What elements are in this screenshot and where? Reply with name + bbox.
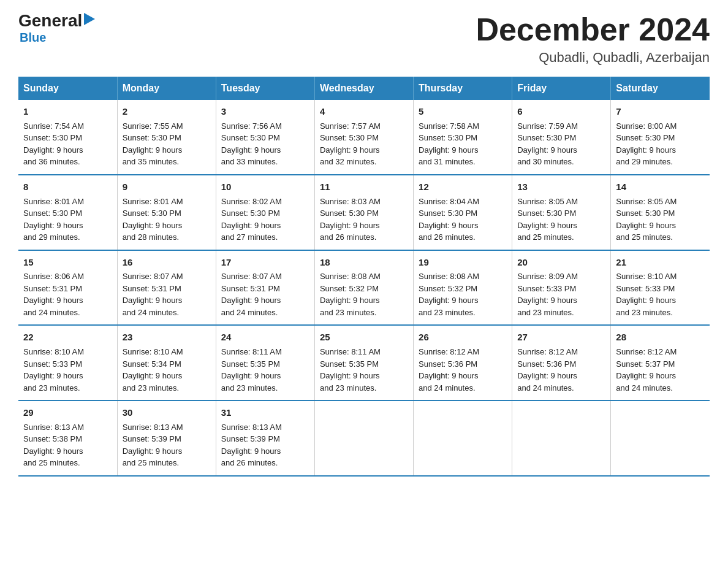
- calendar-cell: 4Sunrise: 7:57 AMSunset: 5:30 PMDaylight…: [314, 100, 413, 175]
- calendar-cell: [512, 400, 611, 476]
- calendar-cell: 7Sunrise: 8:00 AMSunset: 5:30 PMDaylight…: [611, 100, 710, 175]
- day-number: 23: [123, 331, 211, 344]
- day-number: 9: [123, 180, 211, 194]
- day-info: Sunrise: 8:08 AMSunset: 5:32 PMDaylight:…: [320, 270, 408, 318]
- day-info: Sunrise: 7:55 AMSunset: 5:30 PMDaylight:…: [123, 120, 211, 168]
- day-number: 1: [23, 105, 112, 118]
- day-info: Sunrise: 8:12 AMSunset: 5:37 PMDaylight:…: [616, 346, 705, 394]
- calendar-week-row: 15Sunrise: 8:06 AMSunset: 5:31 PMDayligh…: [18, 250, 710, 326]
- day-number: 13: [517, 180, 605, 194]
- calendar-cell: 2Sunrise: 7:55 AMSunset: 5:30 PMDaylight…: [117, 100, 216, 175]
- main-title: December 2024: [476, 12, 710, 47]
- calendar-cell: 25Sunrise: 8:11 AMSunset: 5:35 PMDayligh…: [314, 325, 413, 400]
- day-number: 22: [23, 331, 112, 344]
- day-number: 30: [123, 406, 211, 419]
- day-info: Sunrise: 8:13 AMSunset: 5:39 PMDaylight:…: [221, 421, 309, 469]
- day-number: 21: [616, 256, 705, 269]
- day-info: Sunrise: 8:07 AMSunset: 5:31 PMDaylight:…: [221, 270, 309, 318]
- calendar-cell: 12Sunrise: 8:04 AMSunset: 5:30 PMDayligh…: [414, 175, 512, 250]
- logo: General Blue: [18, 12, 97, 45]
- day-number: 28: [616, 331, 705, 344]
- calendar-cell: 19Sunrise: 8:08 AMSunset: 5:32 PMDayligh…: [414, 250, 512, 326]
- day-info: Sunrise: 8:13 AMSunset: 5:39 PMDaylight:…: [123, 421, 211, 469]
- day-number: 12: [419, 180, 507, 194]
- calendar-cell: 18Sunrise: 8:08 AMSunset: 5:32 PMDayligh…: [314, 250, 413, 326]
- day-info: Sunrise: 8:11 AMSunset: 5:35 PMDaylight:…: [320, 346, 408, 394]
- subtitle: Qubadli, Qubadli, Azerbaijan: [476, 50, 710, 66]
- calendar-cell: 10Sunrise: 8:02 AMSunset: 5:30 PMDayligh…: [216, 175, 314, 250]
- calendar-cell: [314, 400, 413, 476]
- calendar-cell: 16Sunrise: 8:07 AMSunset: 5:31 PMDayligh…: [117, 250, 216, 326]
- day-info: Sunrise: 8:05 AMSunset: 5:30 PMDaylight:…: [517, 196, 605, 243]
- calendar-cell: [414, 400, 512, 476]
- calendar-cell: 27Sunrise: 8:12 AMSunset: 5:36 PMDayligh…: [512, 325, 611, 400]
- day-number: 7: [616, 105, 705, 118]
- day-info: Sunrise: 8:08 AMSunset: 5:32 PMDaylight:…: [419, 270, 507, 318]
- day-info: Sunrise: 7:56 AMSunset: 5:30 PMDaylight:…: [221, 120, 309, 168]
- calendar-cell: 11Sunrise: 8:03 AMSunset: 5:30 PMDayligh…: [314, 175, 413, 250]
- calendar-cell: 8Sunrise: 8:01 AMSunset: 5:30 PMDaylight…: [18, 175, 117, 250]
- day-number: 8: [23, 180, 112, 194]
- day-number: 6: [517, 105, 605, 118]
- calendar-cell: 13Sunrise: 8:05 AMSunset: 5:30 PMDayligh…: [512, 175, 611, 250]
- day-number: 19: [419, 256, 507, 269]
- calendar-cell: 21Sunrise: 8:10 AMSunset: 5:33 PMDayligh…: [611, 250, 710, 326]
- day-info: Sunrise: 8:12 AMSunset: 5:36 PMDaylight:…: [419, 346, 507, 394]
- header-wednesday: Wednesday: [314, 77, 413, 100]
- day-info: Sunrise: 8:13 AMSunset: 5:38 PMDaylight:…: [23, 421, 112, 469]
- day-number: 3: [221, 105, 309, 118]
- day-number: 20: [517, 256, 605, 269]
- calendar-header-row: SundayMondayTuesdayWednesdayThursdayFrid…: [18, 77, 710, 100]
- calendar-week-row: 29Sunrise: 8:13 AMSunset: 5:38 PMDayligh…: [18, 400, 710, 476]
- day-info: Sunrise: 8:10 AMSunset: 5:33 PMDaylight:…: [23, 346, 112, 394]
- day-number: 18: [320, 256, 408, 269]
- day-info: Sunrise: 8:07 AMSunset: 5:31 PMDaylight:…: [123, 270, 211, 318]
- day-info: Sunrise: 7:59 AMSunset: 5:30 PMDaylight:…: [517, 120, 605, 168]
- day-number: 17: [221, 256, 309, 269]
- calendar-week-row: 1Sunrise: 7:54 AMSunset: 5:30 PMDaylight…: [18, 100, 710, 175]
- day-info: Sunrise: 8:03 AMSunset: 5:30 PMDaylight:…: [320, 196, 408, 243]
- day-number: 16: [123, 256, 211, 269]
- calendar-cell: 3Sunrise: 7:56 AMSunset: 5:30 PMDaylight…: [216, 100, 314, 175]
- page-header: General Blue December 2024 Qubadli, Quba…: [18, 12, 710, 66]
- logo-blue-text: Blue: [20, 31, 46, 45]
- calendar-cell: [611, 400, 710, 476]
- calendar-cell: 17Sunrise: 8:07 AMSunset: 5:31 PMDayligh…: [216, 250, 314, 326]
- day-number: 2: [123, 105, 211, 118]
- calendar-cell: 31Sunrise: 8:13 AMSunset: 5:39 PMDayligh…: [216, 400, 314, 476]
- header-thursday: Thursday: [414, 77, 512, 100]
- calendar-cell: 14Sunrise: 8:05 AMSunset: 5:30 PMDayligh…: [611, 175, 710, 250]
- calendar-cell: 29Sunrise: 8:13 AMSunset: 5:38 PMDayligh…: [18, 400, 117, 476]
- day-info: Sunrise: 8:09 AMSunset: 5:33 PMDaylight:…: [517, 270, 605, 318]
- day-info: Sunrise: 8:02 AMSunset: 5:30 PMDaylight:…: [221, 196, 309, 243]
- calendar-cell: 28Sunrise: 8:12 AMSunset: 5:37 PMDayligh…: [611, 325, 710, 400]
- header-sunday: Sunday: [18, 77, 117, 100]
- header-friday: Friday: [512, 77, 611, 100]
- day-number: 31: [221, 406, 309, 419]
- header-saturday: Saturday: [611, 77, 710, 100]
- day-number: 11: [320, 180, 408, 194]
- day-number: 24: [221, 331, 309, 344]
- calendar-cell: 9Sunrise: 8:01 AMSunset: 5:30 PMDaylight…: [117, 175, 216, 250]
- day-info: Sunrise: 8:12 AMSunset: 5:36 PMDaylight:…: [517, 346, 605, 394]
- day-info: Sunrise: 8:05 AMSunset: 5:30 PMDaylight:…: [616, 196, 705, 243]
- day-number: 27: [517, 331, 605, 344]
- day-info: Sunrise: 8:01 AMSunset: 5:30 PMDaylight:…: [23, 196, 112, 243]
- calendar-cell: 22Sunrise: 8:10 AMSunset: 5:33 PMDayligh…: [18, 325, 117, 400]
- title-area: December 2024 Qubadli, Qubadli, Azerbaij…: [476, 12, 710, 66]
- calendar-week-row: 22Sunrise: 8:10 AMSunset: 5:33 PMDayligh…: [18, 325, 710, 400]
- day-info: Sunrise: 7:57 AMSunset: 5:30 PMDaylight:…: [320, 120, 408, 168]
- day-info: Sunrise: 7:58 AMSunset: 5:30 PMDaylight:…: [419, 120, 507, 168]
- day-info: Sunrise: 8:06 AMSunset: 5:31 PMDaylight:…: [23, 270, 112, 318]
- calendar-table: SundayMondayTuesdayWednesdayThursdayFrid…: [18, 77, 710, 477]
- day-info: Sunrise: 8:04 AMSunset: 5:30 PMDaylight:…: [419, 196, 507, 243]
- calendar-cell: 20Sunrise: 8:09 AMSunset: 5:33 PMDayligh…: [512, 250, 611, 326]
- day-info: Sunrise: 8:01 AMSunset: 5:30 PMDaylight:…: [123, 196, 211, 243]
- header-monday: Monday: [117, 77, 216, 100]
- day-number: 26: [419, 331, 507, 344]
- calendar-cell: 6Sunrise: 7:59 AMSunset: 5:30 PMDaylight…: [512, 100, 611, 175]
- calendar-cell: 26Sunrise: 8:12 AMSunset: 5:36 PMDayligh…: [414, 325, 512, 400]
- header-tuesday: Tuesday: [216, 77, 314, 100]
- calendar-cell: 30Sunrise: 8:13 AMSunset: 5:39 PMDayligh…: [117, 400, 216, 476]
- svg-marker-0: [84, 13, 95, 25]
